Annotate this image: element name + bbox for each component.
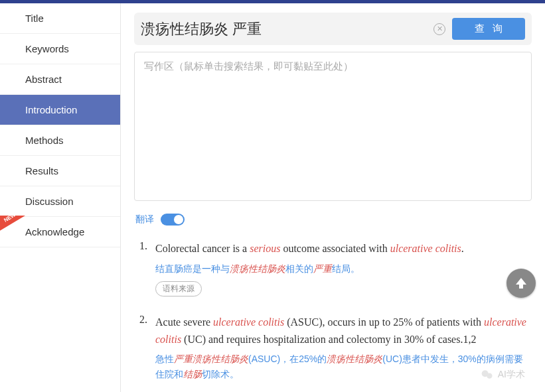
sidebar-item-label: Acknowledge <box>25 226 84 237</box>
content-area: ✕ 查询 翻译 1. Colorectal cancer is a seriou… <box>121 3 545 392</box>
result-body: Acute severe ulcerative colitis (ASUC), … <box>155 314 532 381</box>
search-row: ✕ 查询 <box>134 13 532 45</box>
result-body: Colorectal cancer is a serious outcome a… <box>155 240 532 296</box>
sidebar-item-label: Abstract <box>25 74 62 85</box>
result-number: 2. <box>139 314 155 381</box>
sidebar-item-label: Keywords <box>25 43 69 54</box>
write-area[interactable] <box>134 52 532 201</box>
search-input[interactable] <box>141 21 427 38</box>
query-button[interactable]: 查询 <box>452 18 525 40</box>
sidebar-item-methods[interactable]: Methods <box>0 125 120 156</box>
sidebar-item-label: Methods <box>25 135 64 146</box>
main-layout: Title Keywords Abstract Introduction Met… <box>0 3 545 392</box>
new-badge-icon: NEW <box>0 216 23 229</box>
clear-icon[interactable]: ✕ <box>433 23 445 35</box>
result-english: Colorectal cancer is a serious outcome a… <box>155 240 532 257</box>
wechat-icon <box>481 368 494 381</box>
source-button[interactable]: 语料来源 <box>155 281 202 296</box>
svg-point-3 <box>487 373 492 379</box>
sidebar-item-discussion[interactable]: Discussion <box>0 186 120 217</box>
sidebar-item-label: Results <box>25 165 58 176</box>
results-list: 1. Colorectal cancer is a serious outcom… <box>134 240 532 381</box>
translate-toggle[interactable] <box>161 214 185 226</box>
sidebar-item-keywords[interactable]: Keywords <box>0 34 120 64</box>
result-item[interactable]: 2. Acute severe ulcerative colitis (ASUC… <box>139 314 532 381</box>
result-item[interactable]: 1. Colorectal cancer is a serious outcom… <box>139 240 532 296</box>
sidebar-item-label: Introduction <box>25 104 77 115</box>
sidebar-item-acknowledge[interactable]: NEW Acknowledge <box>0 217 120 247</box>
watermark-text: AI学术 <box>498 369 525 381</box>
arrow-up-icon <box>513 275 529 291</box>
sidebar: Title Keywords Abstract Introduction Met… <box>0 3 121 392</box>
sidebar-item-abstract[interactable]: Abstract <box>0 64 120 95</box>
result-number: 1. <box>139 240 155 296</box>
watermark: AI学术 <box>481 368 525 381</box>
translate-label: 翻译 <box>135 214 154 226</box>
translate-row: 翻译 <box>135 214 532 226</box>
sidebar-item-title[interactable]: Title <box>0 3 120 34</box>
scroll-top-button[interactable] <box>506 269 536 298</box>
result-chinese: 急性严重溃疡性结肠炎(ASUC)，在25%的溃疡性结肠炎(UC)患者中发生，30… <box>155 352 532 381</box>
sidebar-item-results[interactable]: Results <box>0 156 120 186</box>
sidebar-item-label: Title <box>25 13 44 24</box>
sidebar-item-introduction[interactable]: Introduction <box>0 95 120 125</box>
sidebar-item-label: Discussion <box>25 196 74 207</box>
result-chinese: 结直肠癌是一种与溃疡性结肠炎相关的严重结局。 <box>155 261 532 276</box>
result-english: Acute severe ulcerative colitis (ASUC), … <box>155 314 532 348</box>
